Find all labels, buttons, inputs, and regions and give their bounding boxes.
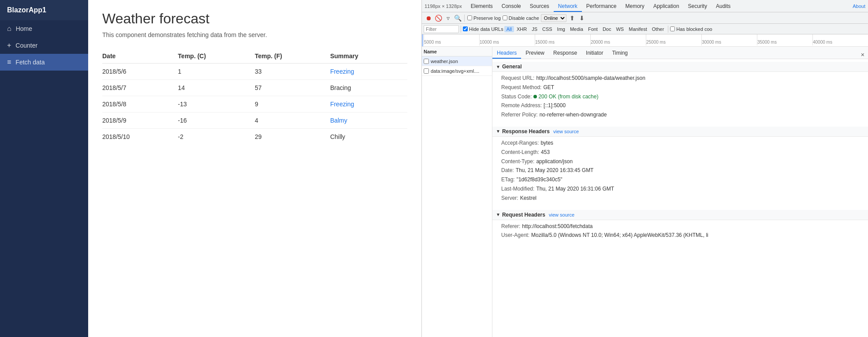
general-section-header[interactable]: ▼ General [492,62,868,72]
response-headers-title: Response Headers [502,128,550,135]
filter-type-js[interactable]: JS [529,26,540,32]
filter-type-other[interactable]: Other [650,26,667,32]
prop-row: Content-Length:453 [501,148,864,157]
main-content: Weather forecast This component demonstr… [88,0,421,337]
filter-type-xhr[interactable]: XHR [514,26,529,32]
filter-type-manifest[interactable]: Manifest [626,26,649,32]
devtools-tab-sources[interactable]: Sources [525,1,554,12]
headers-tab-initiator[interactable]: Initiator [581,48,607,59]
sidebar-item-counter[interactable]: + Counter [0,37,88,54]
prop-name: Request Method: [501,84,541,91]
network-list-item[interactable]: data:image/svg+xml.... [422,66,492,76]
item-checkbox[interactable] [424,59,429,64]
prop-name: ETag: [501,176,515,183]
filter-type-img[interactable]: Img [555,26,567,32]
sidebar-item-home[interactable]: ⌂ Home [0,20,88,37]
devtools-tab-audits[interactable]: Audits [712,1,735,12]
network-list-item[interactable]: weather.json [422,56,492,66]
preserve-log-checkbox[interactable] [467,15,472,20]
export-button[interactable]: ⬇ [578,14,586,22]
response-headers-section-header[interactable]: ▼ Response Headers view source [492,127,868,137]
filter-type-font[interactable]: Font [586,26,600,32]
table-row: 2018/5/8-139Freezing [102,96,407,112]
record-button[interactable]: ⏺ [425,14,432,22]
cell-temp_f: 57 [255,80,330,96]
preserve-log-label[interactable]: Preserve log [467,15,501,21]
import-button[interactable]: ⬆ [568,14,576,22]
table-row: 2018/5/6133Freezing [102,64,407,80]
devtools-tab-application[interactable]: Application [649,1,684,12]
prop-name: Status Code: [501,93,532,101]
prop-name: Content-Length: [501,149,539,156]
devtools-tab-performance[interactable]: Performance [582,1,621,12]
prop-row: Date:Thu, 21 May 2020 16:33:45 GMT [501,166,864,175]
cell-summary: Bracing [330,80,407,96]
prop-val: Mozilla/5.0 (Windows NT 10.0; Win64; x64… [531,232,708,239]
cell-temp_f: 29 [255,129,330,145]
prop-row: Last-Modified:Thu, 21 May 2020 16:31:06 … [501,184,864,194]
filter-type-css[interactable]: CSS [540,26,555,32]
close-headers-button[interactable]: × [859,51,866,59]
filter-type-ws[interactable]: WS [614,26,626,32]
cell-date: 2018/5/8 [102,96,178,112]
prop-name: Date: [501,167,514,174]
devtools-tab-memory[interactable]: Memory [621,1,649,12]
arrow-icon: ▼ [496,64,500,69]
disable-cache-checkbox[interactable] [503,15,507,20]
hide-data-urls-label[interactable]: Hide data URLs [463,26,503,32]
col-temp-f: Temp. (F) [255,49,330,64]
headers-tab-preview[interactable]: Preview [521,48,549,59]
throttle-select[interactable]: Online [541,14,566,22]
hide-data-urls-checkbox[interactable] [463,26,468,31]
cell-temp_c: 1 [178,64,255,80]
response-headers-view-source[interactable]: view source [553,129,579,134]
filter-type-media[interactable]: Media [568,26,585,32]
prop-row: Remote Address:[::1]:5000 [501,101,864,110]
cell-temp_f: 33 [255,64,330,80]
prop-name: Server: [501,195,518,202]
item-name: data:image/svg+xml.... [431,68,479,74]
filter-type-all[interactable]: All [504,26,514,32]
disable-cache-label[interactable]: Disable cache [503,15,539,21]
headers-tab-timing[interactable]: Timing [607,48,632,59]
filter-icon-button[interactable]: ▿ [444,14,452,22]
headers-tab-headers[interactable]: Headers [492,48,521,59]
prop-name: User-Agent: [501,232,529,239]
prop-val: no-referrer-when-downgrade [540,111,607,119]
request-headers-section-header[interactable]: ▼ Request Headers view source [492,210,868,220]
request-headers-view-source[interactable]: view source [549,212,574,217]
sidebar-item-fetchdata[interactable]: ≡ Fetch data [0,54,88,71]
cell-summary: Freezing [330,64,407,80]
cell-date: 2018/5/9 [102,112,178,129]
timeline-mark: 10000 ms [479,34,535,45]
headers-tab-response[interactable]: Response [549,48,581,59]
about-link[interactable]: About [853,4,865,9]
filter-input[interactable] [424,25,459,33]
item-checkbox[interactable] [424,68,429,74]
page-subtitle: This component demonstrates fetching dat… [102,31,407,38]
devtools-tab-console[interactable]: Console [497,1,525,12]
plus-icon: + [7,41,11,49]
devtools-tab-network[interactable]: Network [554,1,582,12]
cell-temp_c: 14 [178,80,255,96]
filter-type-doc[interactable]: Doc [600,26,614,32]
has-blocked-label[interactable]: Has blocked coo [670,26,712,32]
clear-button[interactable]: 🚫 [434,14,442,22]
timeline-mark: 40000 ms [812,34,868,45]
headers-panel: HeadersPreviewResponseInitiatorTiming× ▼… [492,47,868,337]
search-button[interactable]: 🔍 [454,14,462,22]
has-blocked-checkbox[interactable] [670,26,675,31]
headers-tabs: HeadersPreviewResponseInitiatorTiming× [492,47,868,59]
page-title: Weather forecast [102,11,407,27]
prop-row: Referrer Policy:no-referrer-when-downgra… [501,110,864,120]
timeline-ruler: 5000 ms10000 ms15000 ms20000 ms25000 ms3… [422,34,868,46]
devtools-tab-elements[interactable]: Elements [466,1,497,12]
network-list: weather.jsondata:image/svg+xml.... [422,56,492,337]
general-section: ▼ General Request URL:http://localhost:5… [492,59,868,124]
cell-temp_c: -13 [178,96,255,112]
prop-row: Request URL:http://localhost:5000/sample… [501,74,864,83]
request-props: Referer:http://localhost:5000/fetchdataU… [492,220,868,242]
timeline-mark: 30000 ms [701,34,757,45]
timeline-mark: 5000 ms [424,34,479,45]
devtools-tab-security[interactable]: Security [684,1,712,12]
